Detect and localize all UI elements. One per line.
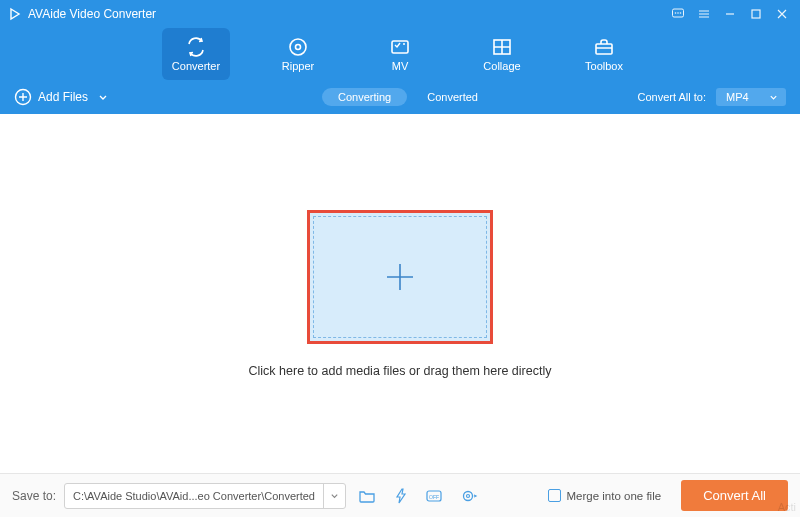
nav-label: Toolbox: [585, 60, 623, 72]
tab-label: Converted: [427, 91, 478, 103]
app-logo: AVAide Video Converter: [8, 7, 156, 21]
svg-rect-4: [752, 10, 760, 18]
minimize-icon: [724, 8, 736, 20]
nav-ripper[interactable]: Ripper: [264, 28, 332, 80]
save-path-dropdown[interactable]: [323, 484, 345, 508]
convert-all-button[interactable]: Convert All: [681, 480, 788, 511]
format-select[interactable]: MP4: [716, 88, 786, 106]
nav-collage[interactable]: Collage: [468, 28, 536, 80]
settings-button[interactable]: [456, 483, 482, 509]
nav-label: Converter: [172, 60, 220, 72]
svg-rect-10: [596, 44, 612, 54]
svg-point-2: [677, 12, 679, 14]
minimize-button[interactable]: [720, 4, 740, 24]
bottom-bar: Save to: C:\AVAide Studio\AVAid...eo Con…: [0, 473, 800, 517]
nav-mv[interactable]: MV: [366, 28, 434, 80]
open-folder-button[interactable]: [354, 483, 380, 509]
tab-label: Converting: [338, 91, 391, 103]
subbar: Add Files Converting Converted Convert A…: [0, 80, 800, 114]
chevron-down-icon: [769, 93, 778, 102]
save-path-value: C:\AVAide Studio\AVAid...eo Converter\Co…: [65, 490, 323, 502]
drop-hint: Click here to add media files or drag th…: [249, 364, 552, 378]
close-button[interactable]: [772, 4, 792, 24]
plus-circle-icon: [14, 88, 32, 106]
svg-rect-7: [392, 41, 408, 53]
plus-icon: [383, 260, 417, 294]
chevron-down-icon: [98, 92, 108, 102]
svg-point-5: [290, 39, 306, 55]
collage-icon: [491, 36, 513, 58]
tab-converting[interactable]: Converting: [322, 88, 407, 106]
chat-icon: [671, 7, 685, 21]
gpu-icon: OFF: [425, 487, 445, 505]
main-area: Click here to add media files or drag th…: [0, 114, 800, 473]
merge-label: Merge into one file: [567, 490, 662, 502]
chevron-down-icon: [330, 491, 339, 500]
nav-label: Collage: [483, 60, 520, 72]
titlebar: AVAide Video Converter: [0, 0, 800, 28]
hamburger-icon: [697, 7, 711, 21]
nav-label: Ripper: [282, 60, 314, 72]
svg-point-6: [296, 45, 301, 50]
nav-converter[interactable]: Converter: [162, 28, 230, 80]
top-nav: Converter Ripper MV Collage Toolbox: [0, 28, 800, 80]
tab-converted[interactable]: Converted: [427, 91, 478, 103]
svg-text:OFF: OFF: [429, 493, 439, 499]
add-files-button[interactable]: Add Files: [14, 88, 108, 106]
convert-all-to-label: Convert All to:: [638, 91, 706, 103]
svg-point-1: [675, 12, 677, 14]
svg-point-14: [463, 491, 472, 500]
close-icon: [776, 8, 788, 20]
gpu-button[interactable]: OFF: [422, 483, 448, 509]
ripper-icon: [287, 36, 309, 58]
checkbox-icon: [548, 489, 561, 502]
nav-label: MV: [392, 60, 409, 72]
play-triangle-icon: [8, 7, 22, 21]
mv-icon: [389, 36, 411, 58]
lightning-button[interactable]: [388, 483, 414, 509]
convert-all-label: Convert All: [703, 488, 766, 503]
format-value: MP4: [726, 91, 749, 103]
app-title: AVAide Video Converter: [28, 7, 156, 21]
nav-toolbox[interactable]: Toolbox: [570, 28, 638, 80]
gear-icon: [460, 487, 478, 505]
svg-point-8: [403, 43, 405, 45]
converter-icon: [185, 36, 207, 58]
merge-checkbox[interactable]: Merge into one file: [548, 489, 662, 502]
maximize-button[interactable]: [746, 4, 766, 24]
svg-point-3: [680, 12, 682, 14]
menu-button[interactable]: [694, 4, 714, 24]
folder-icon: [358, 487, 376, 505]
save-path-field[interactable]: C:\AVAide Studio\AVAid...eo Converter\Co…: [64, 483, 346, 509]
svg-point-15: [466, 494, 469, 497]
lightning-icon: [393, 488, 409, 504]
feedback-button[interactable]: [668, 4, 688, 24]
toolbox-icon: [593, 36, 615, 58]
maximize-icon: [750, 8, 762, 20]
save-to-label: Save to:: [12, 489, 56, 503]
add-files-label: Add Files: [38, 90, 88, 104]
drop-zone[interactable]: [307, 210, 493, 344]
